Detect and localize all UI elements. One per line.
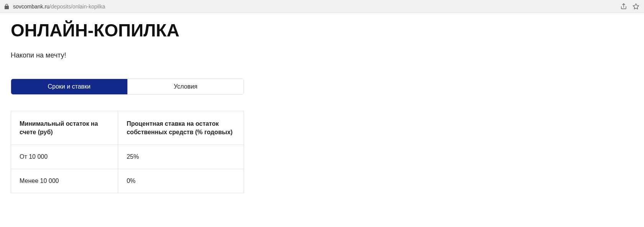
url-path: /deposits/onlain-kopilka: [49, 3, 105, 10]
page-subtitle: Накопи на мечту!: [11, 51, 633, 59]
cell-rate: 25%: [118, 145, 244, 169]
page-title: ОНЛАЙН-КОПИЛКА: [11, 20, 633, 41]
tab-rates[interactable]: Сроки и ставки: [11, 79, 127, 94]
page-content: ОНЛАЙН-КОПИЛКА Накопи на мечту! Сроки и …: [0, 13, 644, 209]
cell-balance: Менее 10 000: [11, 169, 118, 193]
cell-rate: 0%: [118, 169, 244, 193]
tab-group: Сроки и ставки Условия: [11, 79, 244, 95]
col-header-min-balance: Минимальный остаток на счете (руб): [11, 111, 118, 145]
table-row: От 10 000 25%: [11, 145, 244, 169]
lock-icon: [5, 4, 9, 9]
table-row: Менее 10 000 0%: [11, 169, 244, 193]
star-icon[interactable]: [632, 3, 639, 10]
url-domain: sovcombank.ru: [13, 3, 49, 10]
url-text[interactable]: sovcombank.ru/deposits/onlain-kopilka: [13, 3, 105, 10]
cell-balance: От 10 000: [11, 145, 118, 169]
svg-marker-1: [633, 3, 639, 9]
table-header-row: Минимальный остаток на счете (руб) Проце…: [11, 111, 244, 145]
share-icon[interactable]: [620, 3, 627, 10]
col-header-rate: Процентная ставка на остаток собственных…: [118, 111, 244, 145]
rates-table: Минимальный остаток на счете (руб) Проце…: [11, 111, 244, 193]
tab-conditions[interactable]: Условия: [127, 79, 244, 94]
address-bar: sovcombank.ru/deposits/onlain-kopilka: [0, 0, 644, 13]
